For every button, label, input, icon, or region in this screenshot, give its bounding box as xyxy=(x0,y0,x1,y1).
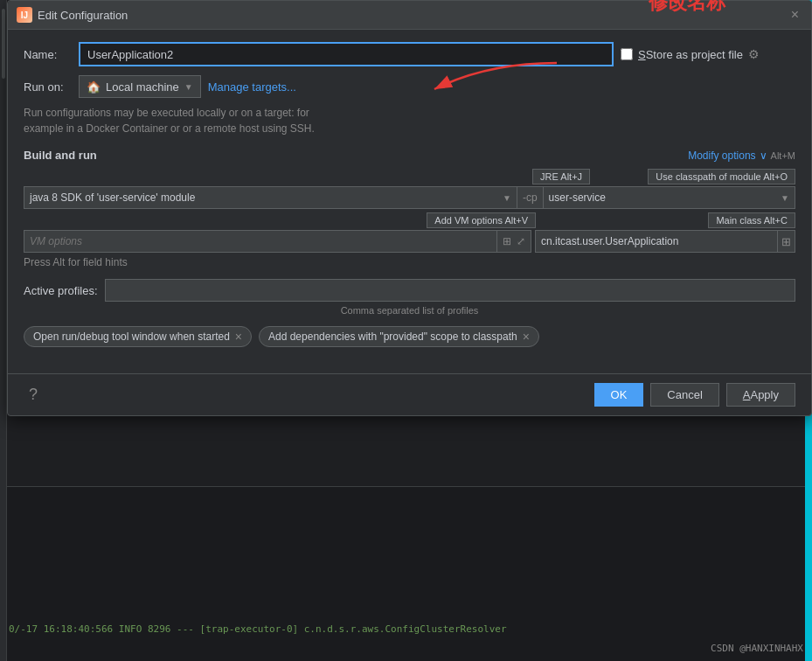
watermark: CSDN @HANXINHAHX xyxy=(711,643,803,654)
sdk-dropdown-arrow: ▼ xyxy=(503,193,511,203)
modify-options-shortcut: Alt+M xyxy=(771,150,795,161)
run-on-dropdown[interactable]: 🏠 Local machine ▼ xyxy=(79,75,201,98)
cancel-button[interactable]: Cancel xyxy=(650,383,718,407)
profiles-input[interactable] xyxy=(105,279,795,302)
use-classpath-hint[interactable]: Use classpath of module Alt+O xyxy=(648,169,795,184)
add-vm-hint[interactable]: Add VM options Alt+V xyxy=(427,212,536,228)
tags-row: Open run/debug tool window when started … xyxy=(24,326,795,347)
vm-expand-icon[interactable]: ⊞ xyxy=(501,233,513,249)
main-class-browse-icon[interactable]: ⊞ xyxy=(778,230,795,253)
module-value: user-service xyxy=(549,191,606,204)
edit-configuration-dialog: IJ Edit Configuration × 修改名称 Name: xyxy=(7,0,812,416)
manage-targets-link[interactable]: Manage targets... xyxy=(208,80,296,94)
module-dropdown[interactable]: user-service ▼ xyxy=(543,186,795,209)
scrollbar-thumb xyxy=(2,9,5,79)
terminal-area: 0/-17 16:18:40:566 INFO 8296 --- [trap-e… xyxy=(0,486,812,661)
comma-hint: Comma separated list of profiles xyxy=(24,305,795,316)
hints-row-1: JRE Alt+J Use classpath of module Alt+O xyxy=(24,169,795,184)
modify-options-arrow: ∨ xyxy=(760,150,767,162)
run-on-label: Run on: xyxy=(24,80,72,94)
vm-field-icons: ⊞ ⤢ xyxy=(497,230,531,253)
name-row: Name: SStore as project file ⚙ xyxy=(24,42,795,66)
modify-options-label: Modify options xyxy=(688,150,755,162)
dialog-content: 修改名称 Name: SStore as project file ⚙ Run … xyxy=(8,30,811,373)
dialog-title: Edit Configuration xyxy=(38,9,128,22)
run-on-row: Run on: 🏠 Local machine ▼ Manage targets… xyxy=(24,75,795,98)
vm-main-class-row: ⊞ ⤢ ⊞ xyxy=(24,230,795,253)
tag-open-run-debug: Open run/debug tool window when started … xyxy=(24,326,252,347)
active-profiles-row: Active profiles: xyxy=(24,279,795,302)
tag-add-dependencies: Add dependencies with "provided" scope t… xyxy=(259,326,539,347)
hints-row-2: Add VM options Alt+V Main class Alt+C xyxy=(24,212,795,228)
gear-icon[interactable]: ⚙ xyxy=(748,47,760,61)
terminal-text: 0/-17 16:18:40:566 INFO 8296 --- [trap-e… xyxy=(9,623,507,635)
dialog-footer: ? OK Cancel AApply xyxy=(8,373,811,415)
sdk-dropdown[interactable]: java 8 SDK of 'user-service' module ▼ xyxy=(24,186,517,209)
tag-open-run-debug-close[interactable]: × xyxy=(235,330,242,343)
help-button[interactable]: ? xyxy=(24,384,43,406)
module-dropdown-arrow: ▼ xyxy=(781,193,789,203)
apply-button[interactable]: AApply xyxy=(726,383,795,407)
chinese-annotation: 修改名称 xyxy=(649,0,725,16)
store-project-row: SStore as project file ⚙ xyxy=(621,47,795,61)
app-icon: IJ xyxy=(17,7,32,23)
dropdown-arrow-icon: ▼ xyxy=(184,82,193,92)
jre-hint[interactable]: JRE Alt+J xyxy=(532,169,590,184)
vm-options-input[interactable] xyxy=(24,230,497,253)
sdk-module-row: java 8 SDK of 'user-service' module ▼ -c… xyxy=(24,186,795,209)
profiles-label: Active profiles: xyxy=(24,284,98,297)
sdk-value: java 8 SDK of 'user-service' module xyxy=(30,191,195,204)
build-run-title: Build and run xyxy=(24,149,97,162)
title-bar-left: IJ Edit Configuration xyxy=(17,7,128,23)
home-icon: 🏠 xyxy=(87,80,101,94)
close-button[interactable]: × xyxy=(788,6,802,24)
name-label: Name: xyxy=(24,48,72,61)
vm-resize-icon[interactable]: ⤢ xyxy=(515,233,527,249)
name-input[interactable] xyxy=(79,42,614,66)
ok-button[interactable]: OK xyxy=(594,383,644,407)
tag-add-dependencies-close[interactable]: × xyxy=(523,330,530,343)
main-class-hint[interactable]: Main class Alt+C xyxy=(708,212,795,228)
info-text: Run configurations may be executed local… xyxy=(24,105,461,136)
name-section: 修改名称 Name: SStore as project file ⚙ xyxy=(24,42,795,66)
main-class-input[interactable] xyxy=(535,230,778,253)
local-machine-label: Local machine xyxy=(106,80,179,94)
store-project-checkbox[interactable] xyxy=(621,48,633,60)
tag-open-run-debug-label: Open run/debug tool window when started xyxy=(33,330,230,343)
build-run-section-header: Build and run Modify options ∨ Alt+M xyxy=(24,149,795,162)
cp-label: -cp xyxy=(517,186,543,209)
store-project-label: SStore as project file xyxy=(638,48,743,61)
modify-options-button[interactable]: Modify options ∨ Alt+M xyxy=(688,150,795,162)
press-alt-hint: Press Alt for field hints xyxy=(24,256,795,268)
left-scrollbar[interactable] xyxy=(0,0,7,661)
tag-add-dependencies-label: Add dependencies with "provided" scope t… xyxy=(268,330,517,343)
